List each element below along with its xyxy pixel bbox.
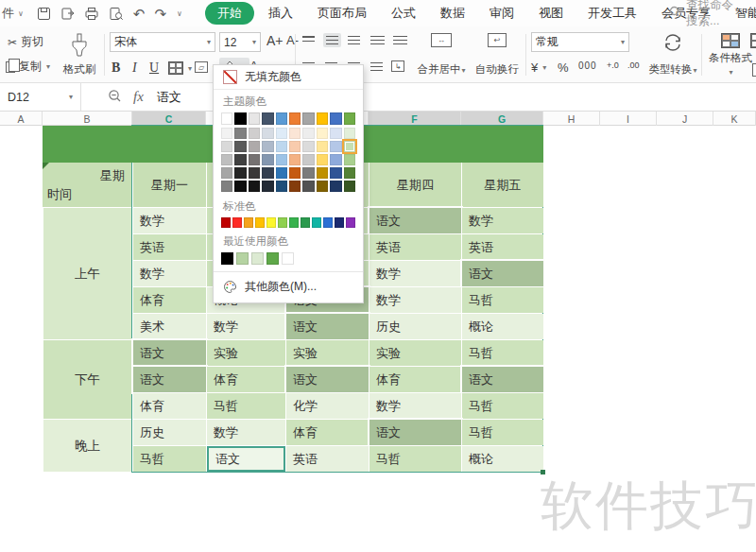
theme-tint-swatch[interactable] [317,181,328,192]
theme-tint-swatch[interactable] [317,141,328,152]
theme-color-swatch[interactable] [276,112,287,125]
cell-C-row0[interactable]: 数学 [133,208,206,233]
zoom-out-icon[interactable] [108,89,122,106]
theme-tint-swatch[interactable] [330,167,341,179]
number-format-select[interactable]: 常规 ▾ [531,32,629,52]
standard-color-swatch[interactable] [244,217,253,228]
theme-color-swatch[interactable] [302,112,314,125]
underline-button[interactable]: U [149,60,159,76]
section-cell-下午[interactable]: 下午 [43,340,131,419]
theme-tint-swatch[interactable] [249,141,260,152]
font-name-select[interactable]: 宋体 ▾ [110,32,215,52]
theme-tint-swatch[interactable] [249,181,260,192]
cell-G-row9[interactable]: 概论 [462,446,543,472]
theme-tint-swatch[interactable] [330,128,341,139]
save-icon[interactable] [37,7,51,21]
tab-开发工具[interactable]: 开发工具 [577,2,647,25]
theme-tint-swatch[interactable] [289,128,301,139]
conditional-format-button[interactable]: 条件格式▾ [705,30,756,79]
theme-tint-swatch[interactable] [317,128,328,139]
theme-tint-swatch[interactable] [344,128,355,139]
theme-tint-swatch[interactable] [302,167,314,179]
theme-tint-swatch[interactable] [302,181,314,192]
theme-tint-swatch[interactable] [262,181,273,192]
copy-button[interactable]: 复制 ▾ [6,59,50,75]
theme-tint-swatch[interactable] [234,154,246,165]
grow-font-button[interactable]: A+ [266,33,284,48]
tab-数据[interactable]: 数据 [430,2,475,25]
theme-color-swatch[interactable] [249,112,260,125]
cell-F-row9[interactable]: 马哲 [369,446,461,472]
theme-color-swatch[interactable] [344,112,355,125]
tab-视图[interactable]: 视图 [528,2,574,25]
cell-E-row7[interactable]: 化学 [286,393,369,419]
increase-indent-button[interactable] [393,36,407,44]
cell-D-row7[interactable]: 马哲 [207,393,285,419]
cell-C-row6[interactable]: 语文 [133,367,206,392]
cell-C-row9[interactable]: 马哲 [133,446,206,472]
theme-tint-swatch[interactable] [302,141,314,152]
theme-tint-swatch[interactable] [289,167,301,179]
theme-tint-swatch[interactable] [234,181,246,192]
theme-tint-swatch[interactable] [289,141,301,152]
theme-tint-swatch[interactable] [276,167,287,179]
header-corner-cell[interactable]: 星期时间 [43,163,131,207]
cell-G-row2[interactable]: 语文 [462,261,543,286]
header-day-cell-F[interactable]: 星期四 [369,163,461,207]
theme-tint-swatch[interactable] [262,141,273,152]
theme-tint-swatch[interactable] [234,128,246,139]
file-menu[interactable]: 件 ∨ [0,5,29,22]
cell-G-row6[interactable]: 语文 [462,367,543,392]
fill-handle[interactable] [541,470,545,474]
insert-function-button[interactable]: fx [133,89,144,105]
cell-G-row0[interactable]: 数学 [462,208,543,233]
theme-tint-swatch[interactable] [262,128,273,139]
cell-C-row7[interactable]: 体育 [133,393,206,419]
theme-tint-swatch[interactable] [344,154,355,165]
theme-tint-swatch[interactable] [276,128,287,139]
cell-C-row3[interactable]: 体育 [133,287,206,313]
cell-G-row7[interactable]: 马哲 [462,393,543,419]
standard-color-swatch[interactable] [232,217,242,228]
cell-F-row6[interactable]: 体育 [369,367,461,392]
theme-color-swatch[interactable] [289,112,301,125]
cell-F-row1[interactable]: 英语 [369,234,461,260]
type-convert-button[interactable]: 类型转换▾ [646,30,699,79]
print-preview-icon[interactable] [109,7,124,21]
cell-G-row4[interactable]: 概论 [462,314,543,339]
orientation-button[interactable]: ↳ [391,60,404,72]
standard-color-swatch[interactable] [221,217,231,228]
recent-color-swatch[interactable] [236,252,249,265]
theme-tint-swatch[interactable] [344,167,355,179]
redo-icon[interactable]: ↷ [154,7,166,21]
thousands-button[interactable]: 000 [578,60,597,71]
theme-tint-swatch[interactable] [302,128,314,139]
toolbar-more-icon[interactable]: ∨ [177,9,182,18]
column-header-B[interactable]: B [43,112,132,126]
cell-C-row4[interactable]: 美术 [133,314,206,339]
recent-color-swatch[interactable] [266,252,279,265]
standard-color-swatch[interactable] [255,217,265,228]
theme-tint-swatch[interactable] [302,154,314,165]
format-painter-button[interactable]: 格式刷 [59,30,100,79]
formula-content[interactable]: 语文 [157,89,181,106]
name-box[interactable]: D12 ▾ [0,83,81,111]
column-header-I[interactable]: I [600,112,657,126]
header-day-cell-G[interactable]: 星期五 [462,163,543,207]
command-search[interactable]: 查找命令、搜索... [669,0,756,26]
standard-color-swatch[interactable] [346,217,355,228]
theme-tint-swatch[interactable] [276,141,287,152]
recent-color-swatch[interactable] [251,252,264,265]
standard-color-swatch[interactable] [266,217,276,228]
theme-tint-swatch[interactable] [221,154,232,165]
theme-tint-swatch[interactable] [276,181,287,192]
recent-color-swatch[interactable] [282,252,294,265]
undo-icon[interactable]: ↶ [133,7,146,21]
theme-color-swatch[interactable] [221,112,232,125]
theme-tint-swatch[interactable] [276,154,287,165]
cell-E-row4[interactable]: 语文 [286,314,369,339]
cell-F-row0[interactable]: 语文 [369,208,461,233]
cell-F-row5[interactable]: 实验 [369,340,461,366]
tab-公式[interactable]: 公式 [381,2,426,25]
theme-tint-swatch[interactable] [221,141,232,152]
